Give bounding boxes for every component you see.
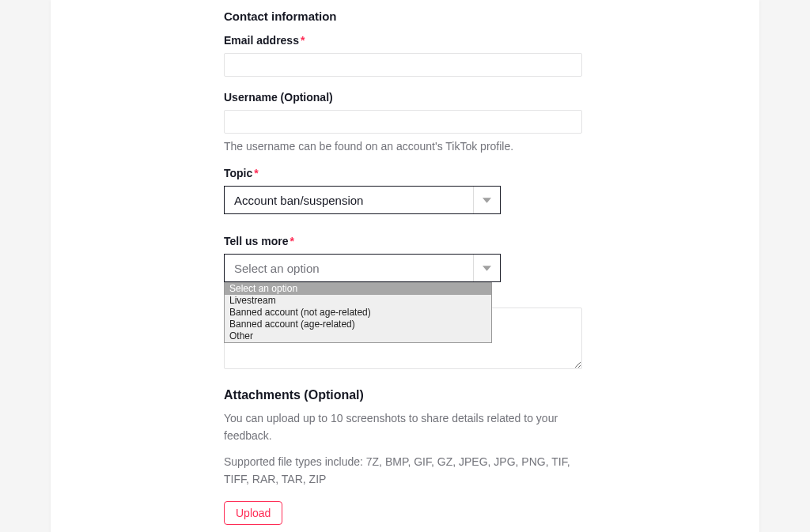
dropdown-option[interactable]: Other <box>225 330 491 342</box>
required-asterisk: * <box>301 34 305 47</box>
topic-label-text: Topic <box>224 167 252 179</box>
tell-more-field-block: Tell us more* Select an option Select an… <box>224 235 593 282</box>
tell-more-dropdown: Select an option Livestream Banned accou… <box>224 282 492 343</box>
username-help: The username can be found on an account'… <box>224 140 593 153</box>
username-label: Username (Optional) <box>224 91 593 104</box>
dropdown-option[interactable]: Livestream <box>225 295 491 307</box>
email-field-block: Email address* <box>224 34 593 77</box>
email-label-text: Email address <box>224 34 299 47</box>
required-asterisk: * <box>254 167 258 179</box>
tell-more-label: Tell us more* <box>224 235 593 247</box>
topic-field-block: Topic* Account ban/suspension <box>224 167 593 214</box>
topic-selected-value: Account ban/suspension <box>234 194 363 207</box>
email-input[interactable] <box>224 53 582 77</box>
username-input[interactable] <box>224 110 582 134</box>
chevron-down-icon <box>473 187 500 213</box>
form-card: Contact information Email address* Usern… <box>51 0 759 532</box>
dropdown-option[interactable]: Banned account (age-related) <box>225 319 491 330</box>
dropdown-option[interactable]: Banned account (not age-related) <box>225 307 491 319</box>
required-asterisk: * <box>290 235 293 247</box>
chevron-down-icon <box>473 255 500 281</box>
attachments-desc: You can upload up to 10 screenshots to s… <box>224 410 582 444</box>
dropdown-option[interactable]: Select an option <box>225 283 491 295</box>
attachments-heading: Attachments (Optional) <box>224 388 593 402</box>
filetypes-desc: Supported file types include: 7Z, BMP, G… <box>224 454 582 488</box>
tell-more-placeholder: Select an option <box>234 262 320 275</box>
topic-label: Topic* <box>224 167 593 179</box>
upload-button[interactable]: Upload <box>224 501 282 525</box>
tell-more-select-wrap: Select an option Select an option Livest… <box>224 254 501 282</box>
username-field-block: Username (Optional) The username can be … <box>224 91 593 153</box>
email-label: Email address* <box>224 34 593 47</box>
tell-more-label-text: Tell us more <box>224 235 288 247</box>
topic-select[interactable]: Account ban/suspension <box>224 186 501 214</box>
tell-more-select[interactable]: Select an option <box>224 254 501 282</box>
section-heading: Contact information <box>224 9 593 23</box>
